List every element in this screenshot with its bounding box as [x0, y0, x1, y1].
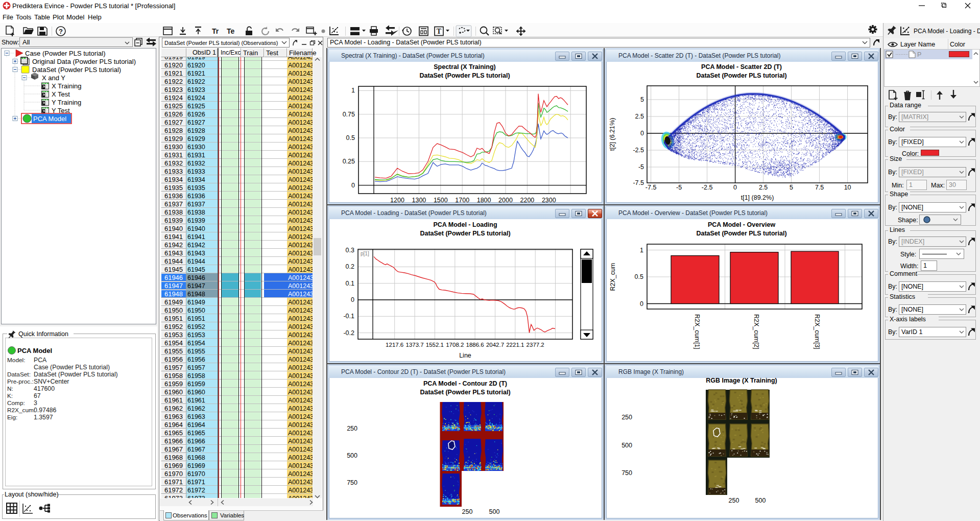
svg-text:1700: 1700	[455, 197, 469, 204]
svg-text:10: 10	[844, 184, 851, 191]
svg-text:1: 1	[640, 247, 643, 254]
svg-text:750: 750	[347, 479, 357, 486]
svg-text:PCA Model - Scatter 2D (T): PCA Model - Scatter 2D (T)	[701, 63, 782, 70]
svg-text:0: 0	[640, 130, 644, 137]
svg-text:R2X_cum: R2X_cum	[609, 263, 616, 291]
svg-text:250: 250	[462, 508, 473, 515]
svg-text:500: 500	[622, 442, 632, 449]
svg-text:Spectral (X Training): Spectral (X Training)	[434, 63, 496, 70]
svg-text:0.2: 0.2	[346, 263, 354, 270]
svg-text:X and Y: X and Y	[42, 74, 65, 82]
svg-text:5: 5	[790, 184, 793, 191]
svg-text:0: 0	[640, 300, 643, 307]
svg-text:-7.5: -7.5	[633, 179, 644, 186]
svg-text:Case (Powder PLS tutorial): Case (Powder PLS tutorial)	[25, 50, 106, 57]
svg-text:t[2] (6.21%): t[2] (6.21%)	[609, 118, 616, 151]
svg-text:DataSet (Powder PLS tutorial): DataSet (Powder PLS tutorial)	[420, 230, 510, 237]
svg-text:RGB Image (X Training): RGB Image (X Training)	[706, 377, 777, 384]
svg-text:t[1] (89.2%): t[1] (89.2%)	[741, 194, 774, 201]
svg-text:PCA Model: PCA Model	[33, 115, 66, 123]
svg-text:R2X_cum[3]: R2X_cum[3]	[814, 314, 821, 349]
svg-text:250: 250	[347, 425, 357, 432]
svg-text:-2.5: -2.5	[633, 147, 644, 154]
svg-text:-0.1: -0.1	[343, 313, 354, 320]
svg-text:P: P	[917, 51, 921, 58]
svg-text:0: 0	[351, 296, 354, 303]
svg-text:PCA Model - Contour 2D (T): PCA Model - Contour 2D (T)	[423, 380, 507, 387]
svg-text:1500: 1500	[434, 197, 448, 204]
svg-text:PCA Model - Overview: PCA Model - Overview	[708, 221, 775, 228]
svg-text:Tr: Tr	[212, 27, 219, 35]
svg-text:0.5: 0.5	[635, 273, 643, 280]
svg-text:2.5: 2.5	[759, 184, 768, 191]
svg-text:DataSet (Powder PLS tutorial): DataSet (Powder PLS tutorial)	[696, 72, 786, 79]
svg-text:R2X_cum[2]: R2X_cum[2]	[753, 314, 760, 349]
svg-text:R2X_cum[1]: R2X_cum[1]	[694, 314, 701, 349]
svg-text:T: T	[437, 28, 442, 35]
svg-text:500: 500	[489, 508, 500, 515]
svg-text:0: 0	[351, 182, 355, 189]
svg-text:1373.7: 1373.7	[406, 342, 424, 348]
svg-text:0.25: 0.25	[343, 158, 355, 165]
svg-text:DataSet (Powder PLS tutorial): DataSet (Powder PLS tutorial)	[420, 389, 510, 396]
svg-text:-5: -5	[676, 184, 682, 191]
svg-text:0.1: 0.1	[346, 280, 354, 287]
svg-text:0: 0	[733, 184, 737, 191]
svg-text:1708.2: 1708.2	[446, 342, 464, 348]
svg-text:2300: 2300	[542, 197, 556, 204]
svg-text:Original Data (Powder PLS tuto: Original Data (Powder PLS tutorial)	[32, 58, 136, 65]
svg-text:2377.2: 2377.2	[527, 342, 544, 348]
svg-text:-2.5: -2.5	[702, 184, 713, 191]
svg-text:250: 250	[729, 497, 739, 504]
svg-text:DataSet (Powder PLS tutorial): DataSet (Powder PLS tutorial)	[32, 66, 121, 74]
svg-text:-7.5: -7.5	[646, 184, 657, 191]
svg-text:?: ?	[59, 28, 63, 35]
svg-text:DataSet (Powder PLS tutorial): DataSet (Powder PLS tutorial)	[419, 72, 510, 79]
svg-text:1552.1: 1552.1	[426, 342, 444, 348]
svg-text:5: 5	[640, 96, 644, 103]
svg-text:X Training: X Training	[52, 82, 82, 90]
svg-text:Line: Line	[459, 352, 471, 359]
svg-text:0.75: 0.75	[343, 111, 355, 118]
svg-text:1200: 1200	[390, 197, 404, 204]
svg-text:X Test: X Test	[52, 90, 70, 98]
svg-text:750: 750	[622, 469, 632, 477]
svg-text:2200: 2200	[520, 197, 534, 204]
svg-text:Te: Te	[227, 27, 235, 35]
svg-text:1886.6: 1886.6	[466, 342, 484, 348]
svg-text:0.3: 0.3	[346, 247, 354, 254]
svg-text:2.5: 2.5	[635, 113, 644, 120]
svg-text:PCA Model - Loading: PCA Model - Loading	[433, 221, 497, 228]
svg-text:-0.2: -0.2	[343, 329, 354, 337]
svg-text:2221.1: 2221.1	[506, 342, 524, 348]
svg-text:1: 1	[351, 87, 355, 94]
svg-text:500: 500	[347, 452, 357, 459]
svg-text:DataSet (Powder PLS tutorial): DataSet (Powder PLS tutorial)	[696, 230, 786, 237]
svg-text:0.5: 0.5	[346, 134, 355, 141]
svg-text:1217.6: 1217.6	[386, 342, 403, 348]
svg-text:250: 250	[622, 414, 632, 421]
svg-text:2042.7: 2042.7	[486, 342, 504, 348]
svg-text:1300: 1300	[412, 197, 426, 204]
svg-text:-5: -5	[638, 163, 644, 171]
svg-text:1800: 1800	[477, 197, 491, 204]
svg-text:2000: 2000	[498, 197, 513, 204]
svg-text:Y Training: Y Training	[52, 99, 81, 106]
svg-text:7.5: 7.5	[815, 184, 824, 191]
svg-text:500: 500	[755, 497, 766, 504]
svg-text:p[1]: p[1]	[361, 251, 369, 256]
